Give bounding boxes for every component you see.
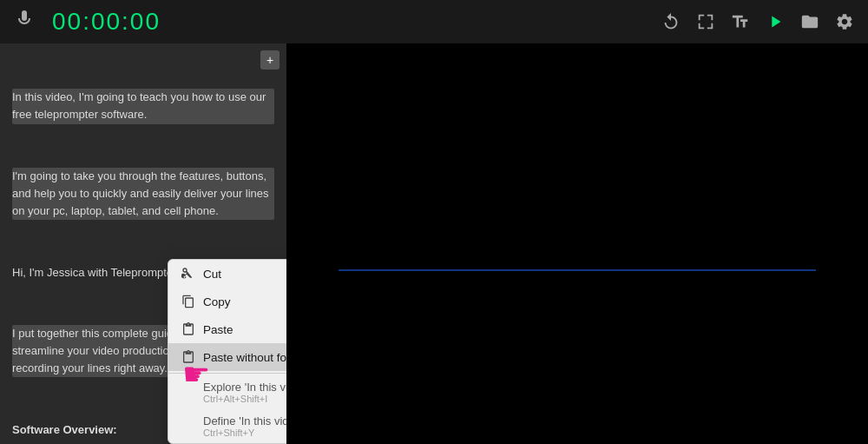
paste-plain-icon [181, 349, 196, 365]
script-panel: + In this video, I'm going to teach you … [0, 43, 286, 444]
paste-icon [181, 321, 196, 337]
paste-plain-label: Paste without formatting [203, 351, 286, 364]
preview-panel [286, 43, 868, 444]
copy-icon [181, 294, 196, 309]
font-size-icon[interactable] [731, 12, 750, 31]
menu-item-copy[interactable]: Copy Ctrl+C [168, 288, 286, 315]
menu-item-explore[interactable]: Explore 'In this video, I'm …' Ctrl+Alt+… [168, 375, 286, 409]
toolbar: 00:00:00 [0, 0, 868, 43]
define-label: Define 'In this video, I'm …' [203, 414, 286, 427]
preview-line [339, 269, 816, 270]
toolbar-icons [661, 12, 854, 31]
context-menu: Cut Ctrl+X Copy Ctrl+C Paste Ctrl+V [168, 259, 286, 444]
main-content: + In this video, I'm going to teach you … [0, 43, 868, 444]
explore-label: Explore 'In this video, I'm …' [203, 381, 286, 394]
microphone-icon[interactable] [14, 9, 35, 35]
explore-shortcut: Ctrl+Alt+Shift+I [203, 394, 286, 404]
menu-divider [168, 373, 286, 374]
timer-display: 00:00:00 [52, 8, 161, 36]
define-shortcut: Ctrl+Shift+Y [203, 427, 286, 438]
menu-item-paste-plain[interactable]: Paste without formatting [168, 343, 286, 371]
folder-icon[interactable] [800, 12, 819, 31]
menu-item-paste[interactable]: Paste Ctrl+V [168, 315, 286, 343]
script-paragraph: In this video, I'm going to teach you ho… [12, 89, 274, 123]
cut-label: Cut [203, 268, 286, 281]
cut-icon [181, 266, 196, 282]
play-icon[interactable] [766, 12, 785, 31]
resize-icon[interactable] [696, 12, 715, 31]
script-paragraph: I'm going to take you through the featur… [12, 168, 274, 220]
paste-label: Paste [203, 323, 286, 336]
settings-icon[interactable] [835, 12, 854, 31]
add-button[interactable]: + [260, 50, 279, 70]
menu-item-cut[interactable]: Cut Ctrl+X [168, 260, 286, 288]
undo-icon[interactable] [661, 12, 681, 31]
menu-item-define[interactable]: Define 'In this video, I'm …' Ctrl+Shift… [168, 409, 286, 443]
copy-label: Copy [203, 295, 286, 308]
